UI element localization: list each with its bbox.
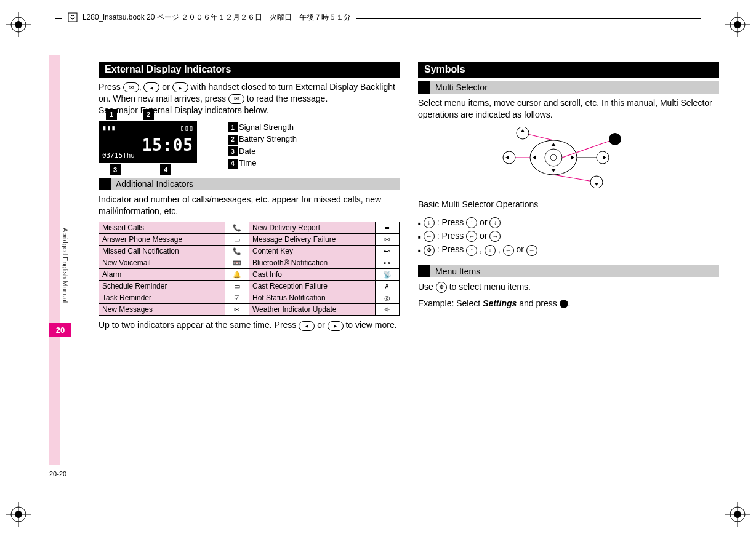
svg-rect-16	[68, 13, 77, 22]
down-icon: ↓	[485, 245, 496, 256]
right-key-icon: ▸	[328, 321, 344, 331]
indicator-name: Cast Info	[249, 269, 375, 281]
svg-marker-22	[551, 169, 556, 172]
table-row: Schedule Reminder▭Cast Reception Failure…	[99, 281, 400, 292]
center-press-icon	[560, 300, 568, 308]
left-icon: ←	[466, 231, 477, 242]
additional-indicators-intro: Indicator and number of calls/messages, …	[99, 194, 400, 217]
indicator-icon: ✗	[375, 281, 399, 292]
indicator-icon: 📡	[375, 269, 399, 281]
external-display-diagram: 1 2 ▮▮▮ ▯▯▯ 15:05 03/15Thu 3 4	[99, 121, 209, 163]
svg-point-20	[550, 154, 557, 161]
operation-row: ■✥ : Press ↑ , ↓ , ← or →	[418, 242, 719, 256]
lcd-screen: ▮▮▮ ▯▯▯ 15:05 03/15Thu	[99, 121, 197, 163]
svg-line-36	[553, 175, 597, 182]
callout-2: 2	[143, 109, 154, 120]
crop-mark-icon	[6, 502, 31, 527]
indicator-name: Bluetooth® Notification	[249, 257, 375, 269]
right-icon: →	[489, 231, 501, 242]
section-title-external-display: External Display Indicators	[99, 62, 400, 78]
lcd-date: 03/15Thu	[102, 151, 135, 159]
indicator-icon: 🔔	[225, 269, 249, 281]
operation-row: ■↕ : Press ↑ or ↓	[418, 215, 719, 229]
page-number: 20-20	[49, 470, 66, 477]
indicator-icon: ✉	[375, 234, 399, 246]
table-footnote: Up to two indicators appear at the same …	[99, 319, 400, 331]
header-text: L280_insatsu.book 20 ページ ２００６年１２月２６日 火曜日…	[82, 12, 351, 23]
battery-icon: ▯▯▯	[180, 124, 193, 132]
table-row: Task Reminder☑Hot Status Notification◎	[99, 292, 400, 304]
svg-marker-23	[533, 155, 536, 160]
all-directions-icon: ✥	[424, 245, 435, 256]
subheading-additional-indicators: Additional Indicators	[99, 178, 400, 190]
indicator-icon: ▭	[225, 281, 249, 292]
crop-mark-icon	[725, 12, 750, 37]
up-icon: ↑	[466, 245, 477, 256]
operations-title: Basic Multi Selector Operations	[418, 199, 719, 210]
svg-point-8	[11, 507, 26, 522]
subheading-marker-icon	[418, 265, 430, 277]
table-row: New Voicemail📼Bluetooth® Notification⊷	[99, 257, 400, 269]
mail-key-icon: ✉	[123, 82, 139, 92]
right-column: Symbols Multi Selector Select menu items…	[418, 62, 719, 336]
crop-mark-icon	[6, 12, 31, 37]
leftright-icon: ↔	[424, 231, 435, 242]
indicator-name: New Messages	[99, 304, 225, 316]
svg-point-29	[503, 151, 515, 164]
down-icon: ↓	[489, 217, 501, 228]
table-row: Answer Phone Message▭Message Delivery Fa…	[99, 234, 400, 246]
indicator-name: Answer Phone Message	[99, 234, 225, 246]
svg-point-5	[734, 21, 741, 28]
indicator-name: Message Delivery Failure	[249, 234, 375, 246]
svg-point-0	[11, 17, 26, 32]
table-row: New Messages✉Weather Indicator Update❊	[99, 304, 400, 316]
indicator-icon: 📞	[225, 246, 249, 257]
indicator-name: Cast Reception Failure	[249, 281, 375, 292]
left-column: External Display Indicators Press ✉, ◂ o…	[99, 62, 400, 336]
section-title-symbols: Symbols	[418, 62, 719, 78]
indicator-name: Task Reminder	[99, 292, 225, 304]
chapter-number: 20	[49, 323, 71, 337]
indicator-icon: ❊	[375, 304, 399, 316]
mail-key-icon: ✉	[228, 94, 244, 104]
side-tab-label: Abridged English Manual	[62, 228, 69, 303]
svg-point-26	[517, 127, 529, 139]
svg-point-9	[15, 511, 22, 518]
side-tab-bg	[49, 55, 60, 465]
left-icon: ←	[503, 245, 514, 256]
indicator-name: Alarm	[99, 269, 225, 281]
svg-point-34	[597, 151, 609, 164]
indicator-icon: ⊷	[375, 246, 399, 257]
callout-4: 4	[160, 164, 171, 175]
indicator-name: Missed Call Notification	[99, 246, 225, 257]
book-icon	[66, 11, 79, 23]
svg-point-37	[590, 176, 603, 188]
indicator-name: Weather Indicator Update	[249, 304, 375, 316]
svg-point-1	[15, 21, 22, 28]
indicator-name: New Voicemail	[99, 257, 225, 269]
callout-3: 3	[110, 164, 121, 175]
up-icon: ↑	[466, 217, 477, 228]
right-key-icon: ▸	[172, 82, 188, 92]
indicator-name: Missed Calls	[99, 222, 225, 234]
subheading-multi-selector: Multi Selector	[418, 81, 719, 94]
table-row: Alarm🔔Cast Info📡	[99, 269, 400, 281]
svg-point-32	[609, 133, 621, 145]
indicator-icon: ☑	[225, 292, 249, 304]
indicator-icon: ≣	[375, 222, 399, 234]
svg-point-17	[71, 15, 74, 19]
indicator-icon: 📞	[225, 222, 249, 234]
subheading-marker-icon	[418, 81, 430, 94]
indicators-table: Missed Calls📞New Delivery Report≣Answer …	[99, 222, 400, 316]
table-row: Missed Calls📞New Delivery Report≣	[99, 222, 400, 234]
callout-1: 1	[106, 109, 117, 120]
indicator-icon: 📼	[225, 257, 249, 269]
indicator-icon: ▭	[225, 234, 249, 246]
multi-selector-intro: Select menu items, move cursor and scrol…	[418, 97, 719, 121]
svg-point-4	[730, 17, 745, 32]
table-row: Missed Call Notification📞Content Key⊷	[99, 246, 400, 257]
updown-icon: ↕	[424, 217, 435, 228]
side-tab: Abridged English Manual 20	[49, 55, 74, 465]
svg-point-12	[730, 507, 745, 522]
indicator-name: Hot Status Notification	[249, 292, 375, 304]
